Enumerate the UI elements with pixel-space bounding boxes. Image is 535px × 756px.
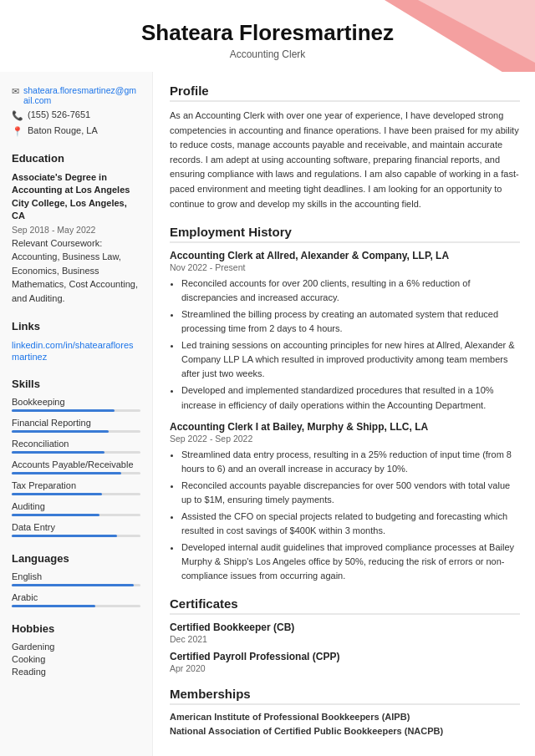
cert-entry: Certified Payroll Professional (CPP) Apr… — [170, 651, 520, 673]
job-bullets: Streamlined data entry process, resultin… — [170, 448, 520, 583]
hobby-item: Cooking — [12, 654, 140, 664]
profile-text: As an Accounting Clerk with over one yea… — [170, 109, 520, 211]
contact-email: ✉ shateara.floresmartinez@gmail.com — [12, 85, 140, 105]
location-icon: 📍 — [12, 126, 23, 137]
skills-list: Bookkeeping Financial Reporting Reconcil… — [12, 397, 140, 537]
job-title: Accounting Clerk I at Bailey, Murphy & S… — [170, 421, 520, 433]
skill-name: Bookkeeping — [12, 397, 140, 407]
hobby-item: Reading — [12, 667, 140, 677]
job-bullet: Reconciled accounts for over 200 clients… — [181, 277, 520, 305]
hobbies-title: Hobbies — [12, 622, 140, 635]
job-bullet: Assisted the CFO on special projects rel… — [181, 510, 520, 538]
contact-section: ✉ shateara.floresmartinez@gmail.com 📞 (1… — [12, 85, 140, 137]
lang-bar-fill — [12, 584, 134, 586]
certificates-section-title: Certificates — [170, 596, 520, 615]
header: Shateara Floresmartinez Accounting Clerk — [0, 0, 535, 72]
job-entry: Accounting Clerk at Allred, Alexander & … — [170, 250, 520, 412]
skill-bar-fill — [12, 430, 109, 433]
job-bullet: Streamlined data entry process, resultin… — [181, 448, 520, 476]
linkedin-link[interactable]: linkedin.com/in/shatearafloresmartinez — [12, 340, 134, 362]
skills-title: Skills — [12, 378, 140, 390]
language-name: Arabic — [12, 592, 140, 602]
contact-location: 📍 Baton Rouge, LA — [12, 125, 140, 137]
candidate-title: Accounting Clerk — [17, 48, 518, 60]
education-degree: Associate's Degree in Accounting at Los … — [12, 171, 140, 223]
job-entry: Accounting Clerk I at Bailey, Murphy & S… — [170, 421, 520, 583]
job-bullet: Reconciled accounts payable discrepancie… — [181, 479, 520, 507]
coursework-text: Accounting, Business Law, Economics, Bus… — [12, 251, 138, 303]
skill-bar-fill — [12, 514, 99, 516]
skill-bar-bg — [12, 409, 140, 412]
cert-name: Certified Payroll Professional (CPP) — [170, 651, 520, 662]
job-bullet: Developed and implemented standardized p… — [181, 383, 520, 412]
cert-date: Apr 2020 — [170, 663, 520, 673]
memberships-section: Memberships American Institute of Profes… — [170, 687, 520, 736]
memberships-section-title: Memberships — [170, 687, 520, 705]
skill-bar-bg — [12, 430, 140, 433]
profile-section-title: Profile — [170, 84, 520, 102]
skill-bar-bg — [12, 472, 140, 474]
candidate-name: Shateara Floresmartinez — [17, 20, 518, 46]
phone-icon: 📞 — [12, 110, 23, 121]
skill-item: Data Entry — [12, 522, 140, 537]
skill-item: Accounts Payable/Receivable — [12, 459, 140, 474]
skill-name: Accounts Payable/Receivable — [12, 459, 140, 469]
skill-name: Tax Preparation — [12, 480, 140, 490]
job-bullet: Developed internal audit guidelines that… — [181, 540, 520, 583]
cert-entry: Certified Bookkeeper (CB) Dec 2021 — [170, 622, 520, 644]
language-item: English — [12, 571, 140, 586]
profile-section: Profile As an Accounting Clerk with over… — [170, 84, 520, 211]
lang-bar-bg — [12, 584, 140, 586]
skill-bar-bg — [12, 493, 140, 495]
memberships-list: American Institute of Professional Bookk… — [170, 712, 520, 736]
skill-name: Reconciliation — [12, 439, 140, 449]
hobby-item: Gardening — [12, 642, 140, 652]
languages-section: Languages English Arabic — [12, 552, 140, 607]
email-icon: ✉ — [12, 86, 19, 97]
skill-name: Data Entry — [12, 522, 140, 532]
job-bullet: Led training sessions on accounting prin… — [181, 338, 520, 381]
contact-phone: 📞 (155) 526-7651 — [12, 109, 140, 121]
job-title: Accounting Clerk at Allred, Alexander & … — [170, 250, 520, 261]
skill-bar-bg — [12, 535, 140, 537]
languages-title: Languages — [12, 552, 140, 565]
language-name: English — [12, 571, 140, 581]
links-title: Links — [12, 320, 140, 332]
cert-name: Certified Bookkeeper (CB) — [170, 622, 520, 633]
skill-name: Financial Reporting — [12, 418, 140, 428]
hobbies-list: GardeningCookingReading — [12, 642, 140, 677]
skill-bar-fill — [12, 409, 115, 412]
email-link[interactable]: shateara.floresmartinez@gmail.com — [23, 85, 140, 105]
phone-value: (155) 526-7651 — [28, 109, 90, 119]
coursework-label: Relevant Coursework: — [12, 238, 102, 248]
job-date: Nov 2022 - Present — [170, 262, 520, 272]
skill-bar-bg — [12, 514, 140, 516]
skill-item: Auditing — [12, 501, 140, 516]
jobs-list: Accounting Clerk at Allred, Alexander & … — [170, 250, 520, 583]
language-item: Arabic — [12, 592, 140, 607]
skill-item: Tax Preparation — [12, 480, 140, 495]
employment-section: Employment History Accounting Clerk at A… — [170, 225, 520, 583]
main-content: Profile As an Accounting Clerk with over… — [153, 72, 535, 756]
languages-list: English Arabic — [12, 571, 140, 607]
skill-name: Auditing — [12, 501, 140, 511]
membership-item: American Institute of Professional Bookk… — [170, 712, 520, 722]
body-wrap: ✉ shateara.floresmartinez@gmail.com 📞 (1… — [0, 72, 535, 756]
links-section: Links linkedin.com/in/shatearafloresmart… — [12, 320, 140, 363]
sidebar: ✉ shateara.floresmartinez@gmail.com 📞 (1… — [0, 72, 153, 756]
skill-bar-fill — [12, 493, 102, 495]
cert-date: Dec 2021 — [170, 634, 520, 644]
skill-bar-fill — [12, 472, 121, 474]
skill-bar-fill — [12, 451, 104, 454]
skill-bar-bg — [12, 451, 140, 454]
education-title: Education — [12, 152, 140, 165]
location-value: Baton Rouge, LA — [28, 125, 98, 135]
lang-bar-fill — [12, 605, 95, 607]
skill-item: Financial Reporting — [12, 418, 140, 433]
skill-item: Reconciliation — [12, 439, 140, 454]
skill-item: Bookkeeping — [12, 397, 140, 412]
education-section: Education Associate's Degree in Accounti… — [12, 152, 140, 305]
certificates-section: Certificates Certified Bookkeeper (CB) D… — [170, 596, 520, 673]
job-date: Sep 2022 - Sep 2022 — [170, 434, 520, 444]
lang-bar-bg — [12, 605, 140, 607]
